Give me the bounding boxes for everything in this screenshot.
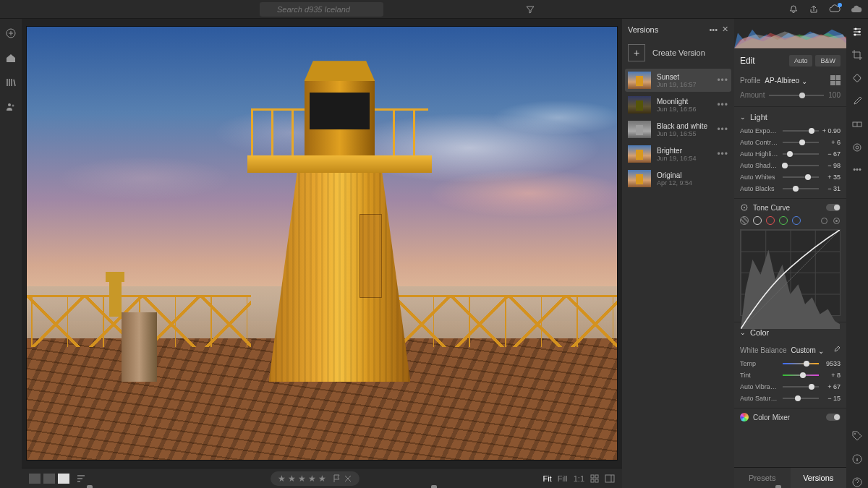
svg-point-12 <box>744 207 745 208</box>
svg-rect-8 <box>595 479 598 482</box>
slider-track[interactable] <box>783 188 819 189</box>
detail-view-button[interactable] <box>58 474 69 484</box>
slider-track[interactable] <box>783 176 819 178</box>
target-adjust-icon[interactable] <box>740 203 749 212</box>
color-mixer-header[interactable]: Color Mixer <box>734 408 846 426</box>
add-icon[interactable] <box>5 27 17 39</box>
slider-track[interactable] <box>783 363 819 364</box>
color-mixer-toggle[interactable] <box>826 414 841 421</box>
slider-track[interactable] <box>783 153 819 155</box>
profile-browser-icon[interactable] <box>830 75 841 85</box>
wb-value[interactable]: Custom ⌄ <box>791 346 823 354</box>
version-more-icon[interactable]: ••• <box>717 100 728 110</box>
blue-channel[interactable] <box>792 216 801 225</box>
share-icon[interactable] <box>809 4 819 14</box>
slider-track[interactable] <box>783 165 819 166</box>
star-icon[interactable]: ★ <box>318 474 326 484</box>
svg-point-17 <box>855 28 857 30</box>
luma-channel[interactable] <box>753 216 762 225</box>
green-channel[interactable] <box>779 216 788 225</box>
tone-curve-label: Tone Curve <box>753 204 790 212</box>
compare-view-button[interactable] <box>43 474 55 484</box>
star-icon[interactable]: ★ <box>288 474 296 484</box>
filter-icon[interactable] <box>526 5 535 14</box>
close-icon[interactable]: ✕ <box>722 25 728 34</box>
home-icon[interactable] <box>5 52 17 64</box>
brush-icon[interactable] <box>851 95 863 107</box>
slider-label: Auto Satur… <box>740 395 780 402</box>
version-more-icon[interactable]: ••• <box>717 124 728 134</box>
more-icon[interactable]: ••• <box>709 25 718 34</box>
version-item[interactable]: OriginalApr 12, 9:54 <box>625 167 731 190</box>
histogram[interactable] <box>734 19 846 49</box>
version-more-icon[interactable]: ••• <box>717 149 728 159</box>
zoom-fit[interactable]: Fit <box>542 474 551 483</box>
reset-curve-icon[interactable] <box>833 217 841 225</box>
amount-slider[interactable] <box>769 95 824 96</box>
info-icon[interactable] <box>851 453 863 465</box>
svg-rect-20 <box>853 74 861 82</box>
version-item[interactable]: SunsetJun 19, 16:57••• <box>625 69 731 92</box>
versions-list: SunsetJun 19, 16:57•••MoonlightJun 19, 1… <box>622 69 734 190</box>
sort-icon[interactable] <box>77 474 87 483</box>
color-mixer-label: Color Mixer <box>753 414 790 421</box>
filmstrip-toggle-icon[interactable] <box>605 474 615 483</box>
slider-track[interactable] <box>783 130 819 132</box>
version-item[interactable]: BrighterJun 19, 16:54••• <box>625 142 731 166</box>
edit-title: Edit <box>740 56 786 66</box>
profile-value[interactable]: AP-Albireo ⌄ <box>765 77 826 85</box>
version-thumbnail <box>628 170 651 187</box>
version-date: Jun 19, 16:57 <box>657 81 711 88</box>
slider-track[interactable] <box>783 374 819 376</box>
slider-row: Auto Highli…− 67 <box>740 150 841 158</box>
slider-track[interactable] <box>783 386 819 388</box>
photo-preview[interactable] <box>26 26 618 461</box>
star-icon[interactable]: ★ <box>308 474 316 484</box>
slider-row: Auto Blacks− 31 <box>740 185 841 192</box>
light-section-header[interactable]: ⌄ Light <box>734 107 846 127</box>
chevron-down-icon: ⌄ <box>801 77 807 85</box>
create-version-button[interactable]: + Create Version <box>622 40 734 69</box>
red-channel[interactable] <box>766 216 775 225</box>
search-container <box>260 2 520 17</box>
point-curve-icon[interactable] <box>820 217 828 225</box>
search-input[interactable] <box>260 2 383 17</box>
library-icon[interactable] <box>5 77 17 88</box>
parametric-channel[interactable] <box>740 216 749 225</box>
heal-icon[interactable] <box>851 72 863 84</box>
tone-curve-toggle[interactable] <box>826 204 841 211</box>
more-tools-icon[interactable]: ••• <box>853 165 861 174</box>
linear-gradient-icon[interactable] <box>851 119 863 130</box>
crop-icon[interactable] <box>851 49 863 61</box>
grid-view-button[interactable] <box>29 474 41 484</box>
flag-icon[interactable] <box>333 474 341 483</box>
rating-control[interactable]: ★★★★★ <box>271 471 359 486</box>
slider-track[interactable] <box>783 398 819 399</box>
version-item[interactable]: Black and whiteJun 19, 16:55••• <box>625 118 731 141</box>
zoom-grid-icon[interactable] <box>590 474 599 483</box>
reject-icon[interactable] <box>344 474 352 483</box>
zoom-fill[interactable]: Fill <box>558 474 568 483</box>
star-icon[interactable]: ★ <box>298 474 306 484</box>
version-more-icon[interactable]: ••• <box>717 75 728 85</box>
eyedropper-icon[interactable] <box>832 346 841 354</box>
tag-icon[interactable] <box>851 430 863 442</box>
edit-sliders-icon[interactable] <box>851 26 863 38</box>
svg-point-19 <box>854 34 856 36</box>
tone-curve-editor[interactable] <box>740 229 841 316</box>
bell-icon[interactable] <box>788 4 799 14</box>
bw-button[interactable]: B&W <box>815 55 841 67</box>
amount-value: 100 <box>828 91 841 99</box>
people-icon[interactable] <box>5 101 17 113</box>
curve-region-handle[interactable] <box>775 485 781 488</box>
slider-track[interactable] <box>783 142 819 143</box>
auto-button[interactable]: Auto <box>789 55 813 67</box>
version-item[interactable]: MoonlightJun 19, 16:56••• <box>625 93 731 116</box>
slider-label: Auto Vibra… <box>740 383 780 390</box>
star-icon[interactable]: ★ <box>278 474 286 484</box>
cloud-sync-icon[interactable] <box>829 4 841 14</box>
slider-row: Auto Expos…+ 0.90 <box>740 127 841 134</box>
cloud-icon[interactable] <box>851 4 862 14</box>
radial-gradient-icon[interactable] <box>851 142 863 153</box>
zoom-1to1[interactable]: 1:1 <box>574 474 584 483</box>
